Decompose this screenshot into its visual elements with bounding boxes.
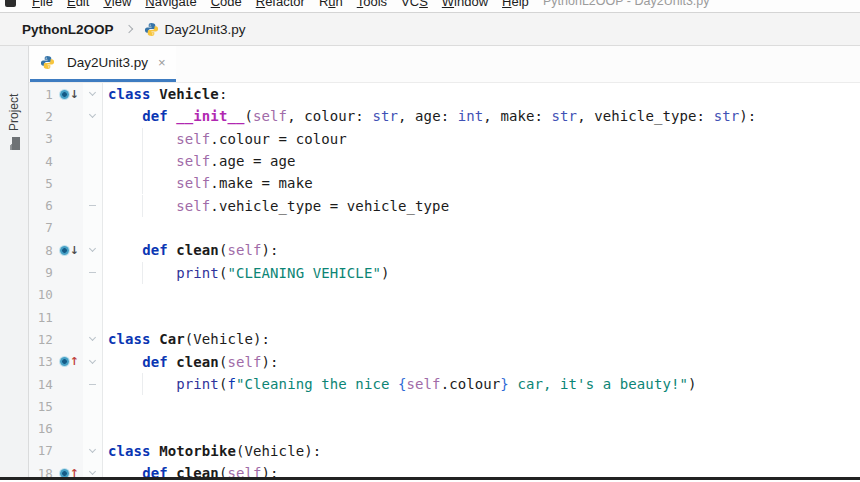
- code-token: self: [227, 242, 261, 258]
- line-number: 3: [29, 128, 56, 150]
- code-token: (: [244, 108, 253, 124]
- code-token: car, it's a beauty!": [509, 376, 688, 392]
- code-token: ):: [262, 242, 279, 258]
- line-number: 5: [29, 172, 56, 194]
- tab-label: Day2Unit3.py: [67, 55, 148, 70]
- fold-start-marker[interactable]: [83, 83, 103, 105]
- editor-line: 12class Car(Vehicle):: [29, 328, 860, 350]
- line-number: 18: [29, 462, 56, 477]
- code-token: [151, 443, 160, 459]
- code-token: self: [227, 354, 261, 370]
- code-token: self: [176, 153, 210, 169]
- overridden-method-gutter-icon[interactable]: ↓: [56, 239, 83, 261]
- menu-item-tools[interactable]: Tools: [350, 0, 394, 13]
- menu-item-run[interactable]: Run: [312, 0, 350, 13]
- project-tool-window-button[interactable]: Project: [4, 64, 24, 150]
- line-number: 8: [29, 239, 56, 261]
- line-number: 14: [29, 373, 56, 395]
- editor-line: 14 print(f"Cleaning the nice {self.colou…: [29, 373, 860, 395]
- fold-end-marker[interactable]: [83, 261, 103, 283]
- code-token: , vehicle_type:: [577, 108, 713, 124]
- menu-item-edit[interactable]: Edit: [60, 0, 96, 13]
- fold-end-marker[interactable]: [83, 194, 103, 216]
- menu-item-code[interactable]: Code: [204, 0, 249, 13]
- code-token: Motorbike: [159, 443, 236, 459]
- tab-day2unit3[interactable]: Day2Unit3.py ×: [30, 46, 176, 82]
- code-editor[interactable]: 1↓class Vehicle:2 def __init__(self, col…: [29, 83, 860, 477]
- menu-item-view[interactable]: View: [96, 0, 138, 13]
- code-token: [108, 354, 142, 370]
- code-token: str: [552, 108, 578, 124]
- breadcrumb-project[interactable]: PythonL2OOP: [22, 22, 114, 37]
- code-token: ):: [739, 108, 756, 124]
- fold-spacer: [83, 217, 103, 239]
- code-line-3[interactable]: self.colour = colour: [103, 131, 860, 147]
- gutter-spacer: [56, 440, 83, 462]
- code-token: self: [253, 108, 287, 124]
- fold-end-marker[interactable]: [83, 373, 103, 395]
- line-number: 17: [29, 440, 56, 462]
- code-line-18[interactable]: def clean(self):: [103, 465, 860, 477]
- code-line-6[interactable]: self.vehicle_type = vehicle_type: [103, 198, 860, 214]
- code-token: self: [176, 198, 210, 214]
- code-line-17[interactable]: class Motorbike(Vehicle):: [103, 443, 860, 459]
- breadcrumb-file[interactable]: Day2Unit3.py: [165, 22, 246, 37]
- fold-start-marker[interactable]: [83, 328, 103, 350]
- line-number: 12: [29, 328, 56, 350]
- editor-line: 8↓ def clean(self):: [29, 239, 860, 261]
- code-token: clean: [176, 465, 219, 477]
- code-line-14[interactable]: print(f"Cleaning the nice {self.colour} …: [103, 376, 860, 392]
- code-token: self: [407, 376, 441, 392]
- code-line-9[interactable]: print("CLEANING VEHICLE"): [103, 265, 860, 281]
- code-token: , make:: [483, 108, 551, 124]
- code-token: (Vehicle):: [185, 331, 270, 347]
- project-tool-window-label: Project: [7, 94, 21, 131]
- line-number: 7: [29, 217, 56, 239]
- menu-item-window[interactable]: Window: [435, 0, 495, 13]
- overriding-method-gutter-icon[interactable]: ↑: [56, 462, 83, 477]
- fold-start-marker[interactable]: [83, 239, 103, 261]
- code-line-8[interactable]: def clean(self):: [103, 242, 860, 258]
- code-token: (Vehicle):: [236, 443, 321, 459]
- code-line-2[interactable]: def __init__(self, colour: str, age: int…: [103, 108, 860, 124]
- menu-item-help[interactable]: Help: [495, 0, 536, 13]
- code-token: .age = age: [210, 153, 295, 169]
- gutter-spacer: [56, 172, 83, 194]
- code-token: , age:: [398, 108, 458, 124]
- line-number: 6: [29, 194, 56, 216]
- menu-item-file[interactable]: File: [25, 0, 60, 13]
- tab-close-icon[interactable]: ×: [158, 56, 166, 69]
- code-token: ):: [262, 354, 279, 370]
- fold-start-marker[interactable]: [83, 440, 103, 462]
- code-token: [151, 331, 160, 347]
- fold-start-marker[interactable]: [83, 462, 103, 477]
- fold-start-marker[interactable]: [83, 105, 103, 127]
- code-line-13[interactable]: def clean(self):: [103, 354, 860, 370]
- code-line-4[interactable]: self.age = age: [103, 153, 860, 169]
- code-token: [168, 108, 177, 124]
- code-line-12[interactable]: class Car(Vehicle):: [103, 331, 860, 347]
- overriding-method-gutter-icon[interactable]: ↑: [56, 351, 83, 373]
- overridden-method-gutter-icon[interactable]: ↓: [56, 83, 83, 105]
- line-number: 2: [29, 105, 56, 127]
- code-token: f: [227, 376, 236, 392]
- code-line-5[interactable]: self.make = make: [103, 175, 860, 191]
- code-token: self: [176, 175, 210, 191]
- code-token: , colour:: [287, 108, 372, 124]
- gutter-spacer: [56, 128, 83, 150]
- editor-line: 11: [29, 306, 860, 328]
- gutter-spacer: [56, 194, 83, 216]
- code-token: :: [219, 86, 228, 102]
- line-number: 11: [29, 306, 56, 328]
- menu-item-refactor[interactable]: Refactor: [249, 0, 312, 13]
- gutter-spacer: [56, 261, 83, 283]
- code-token: [108, 465, 142, 477]
- code-token: }: [500, 376, 509, 392]
- fold-start-marker[interactable]: [83, 351, 103, 373]
- menu-item-vcs[interactable]: VCS: [394, 0, 435, 13]
- code-token: Vehicle: [159, 86, 219, 102]
- code-token: class: [108, 331, 151, 347]
- menu-item-navigate[interactable]: Navigate: [138, 0, 203, 13]
- editor-line: 6 self.vehicle_type = vehicle_type: [29, 194, 860, 216]
- code-line-1[interactable]: class Vehicle:: [103, 86, 860, 102]
